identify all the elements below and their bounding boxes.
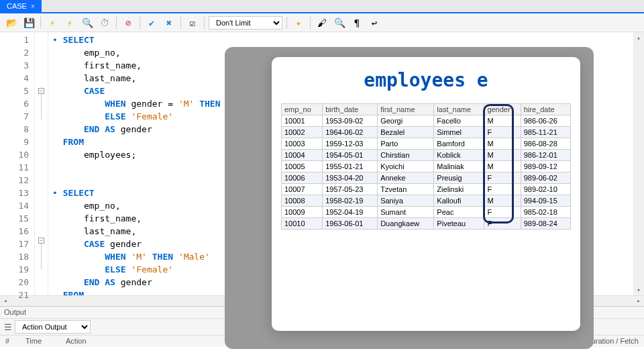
table-row: 100041954-05-01ChirstianKoblickM986-12-0… xyxy=(282,150,571,161)
line-number: 9 xyxy=(0,136,29,148)
brush-icon[interactable]: 🖌 xyxy=(315,15,329,30)
col-num: # xyxy=(0,336,20,347)
line-number: 8 xyxy=(0,123,29,136)
invisible-icon[interactable]: ¶ xyxy=(350,15,364,30)
fold-toggle[interactable]: − xyxy=(38,238,44,244)
wrap-icon[interactable]: ↩ xyxy=(367,15,382,30)
search-icon[interactable]: 🔍 xyxy=(332,15,347,30)
history-icon[interactable]: ⏱ xyxy=(97,15,112,30)
vertical-scrollbar[interactable]: ▴ ▾ xyxy=(633,32,644,295)
scroll-right-icon[interactable]: ▸ xyxy=(633,296,644,306)
line-number: 11 xyxy=(0,161,29,174)
separator xyxy=(180,17,181,29)
employees-table: emp_nobirth_datefirst_namelast_namegende… xyxy=(281,103,571,230)
list-icon[interactable]: ☰ xyxy=(4,322,12,332)
separator xyxy=(310,17,311,29)
overlay-card: employees e emp_nobirth_datefirst_namela… xyxy=(272,57,580,331)
rollback-icon[interactable]: ✖ xyxy=(162,15,176,30)
col-gender: gender xyxy=(484,104,521,115)
explain-icon[interactable]: 🔍 xyxy=(80,15,95,30)
code-line[interactable]: • SELECT xyxy=(52,34,629,46)
separator xyxy=(116,17,117,29)
separator xyxy=(286,17,287,29)
line-gutter: 123456789101112131415161718192021 xyxy=(0,32,35,295)
separator xyxy=(140,17,140,29)
line-number: 21 xyxy=(0,289,29,301)
scroll-down-icon[interactable]: ▾ xyxy=(633,285,644,295)
col-time: Time xyxy=(20,336,60,347)
fold-toggle[interactable]: − xyxy=(38,88,44,94)
line-number: 5 xyxy=(0,85,29,97)
line-number: 15 xyxy=(0,212,29,225)
line-number: 13 xyxy=(0,187,29,199)
stop-icon[interactable]: ⊘ xyxy=(121,15,136,30)
line-number: 18 xyxy=(0,250,29,263)
overlay-title: employees e xyxy=(281,69,571,91)
line-number: 4 xyxy=(0,72,29,85)
commit-icon[interactable]: ✔ xyxy=(144,15,159,30)
tab-bar: CASE × xyxy=(0,0,644,13)
output-selector[interactable]: Action Output xyxy=(15,320,91,334)
table-row: 100061953-04-20AnnekePreusigF989-06-02 xyxy=(282,172,571,184)
table-row: 100091952-04-19SumantPeacF985-02-18 xyxy=(282,207,571,218)
fold-line xyxy=(35,244,48,256)
line-number: 3 xyxy=(0,59,29,72)
table-header-row: emp_nobirth_datefirst_namelast_namegende… xyxy=(282,104,571,115)
table-row: 100021964-06-02BezalelSimmelF985-11-21 xyxy=(282,127,571,138)
line-number: 20 xyxy=(0,276,29,289)
line-number: 14 xyxy=(0,199,29,212)
line-number: 12 xyxy=(0,174,29,187)
line-number: 7 xyxy=(0,110,29,123)
scroll-up-icon[interactable]: ▴ xyxy=(633,32,644,43)
tab-case[interactable]: CASE × xyxy=(0,0,42,12)
col-first_name: first_name xyxy=(378,104,434,115)
separator xyxy=(40,17,41,29)
fold-gutter: − − xyxy=(35,32,48,295)
col-hire_date: hire_date xyxy=(521,104,570,115)
execute-script-icon[interactable]: ⚡ xyxy=(62,15,77,30)
bullet-icon: • xyxy=(52,35,63,45)
line-number: 6 xyxy=(0,97,29,110)
line-number: 19 xyxy=(0,263,29,276)
open-icon[interactable]: 📂 xyxy=(4,15,19,30)
fold-line xyxy=(35,256,48,269)
line-number: 17 xyxy=(0,238,29,250)
col-action: Action xyxy=(60,336,195,347)
table-row: 100071957-05-23TzvetanZielinskiF989-02-1… xyxy=(282,184,571,195)
execute-icon[interactable]: ⚡ xyxy=(45,15,60,30)
table-row: 100051955-01-21KyoichiMaliniakM989-09-12 xyxy=(282,161,571,172)
tab-label: CASE xyxy=(7,2,27,10)
col-last_name: last_name xyxy=(434,104,484,115)
col-emp_no: emp_no xyxy=(282,104,323,115)
fold-line xyxy=(35,94,48,107)
separator xyxy=(204,17,205,29)
bullet-icon: • xyxy=(52,188,63,198)
line-number: 16 xyxy=(0,225,29,238)
close-icon[interactable]: × xyxy=(31,3,35,10)
save-icon[interactable]: 💾 xyxy=(21,15,36,30)
beautify-icon[interactable]: ✦ xyxy=(291,15,306,30)
table-row: 100081958-02-19SaniyaKalloufiM994-09-15 xyxy=(282,195,571,207)
table-row: 100031959-12-03PartoBamfordM986-08-28 xyxy=(282,138,571,150)
line-number: 10 xyxy=(0,148,29,161)
table-row: 100101963-06-01DuangkaewPiveteauF989-08-… xyxy=(282,218,571,230)
line-number: 2 xyxy=(0,46,29,59)
table-row: 100011953-09-02GeorgiFacelloM986-06-26 xyxy=(282,115,571,127)
col-birth_date: birth_date xyxy=(323,104,378,115)
limit-select[interactable]: Don't Limit xyxy=(209,16,282,30)
fold-line xyxy=(35,107,48,119)
line-number: 1 xyxy=(0,34,29,46)
toolbar: 📂 💾 ⚡ ⚡ 🔍 ⏱ ⊘ ✔ ✖ ☑ Don't Limit ✦ 🖌 🔍 ¶ … xyxy=(0,13,644,32)
autocommit-icon[interactable]: ☑ xyxy=(185,15,200,30)
